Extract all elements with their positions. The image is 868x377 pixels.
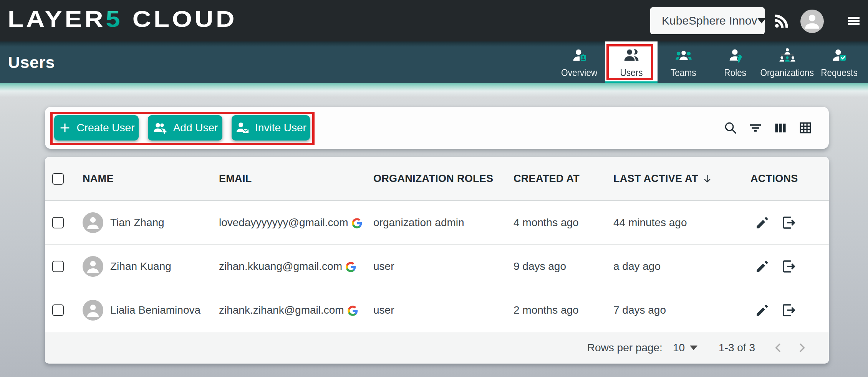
toolbar-icon-group <box>723 107 813 149</box>
tab-overview[interactable]: Overview <box>553 41 605 83</box>
logo-text-cloud: CLOUD <box>123 6 237 32</box>
tab-users-label: Users <box>620 67 643 79</box>
users-table: NAME EMAIL ORGANIZATION ROLES CREATED AT… <box>45 157 829 364</box>
user-last-active: a day ago <box>613 260 750 273</box>
grid-icon[interactable] <box>798 121 813 135</box>
logo-text-layer: LAYER <box>8 6 106 32</box>
column-header-email[interactable]: EMAIL <box>219 173 373 185</box>
column-header-org-roles[interactable]: ORGANIZATION ROLES <box>373 173 514 185</box>
user-email: zihank.zihank@gmail.com <box>219 304 344 316</box>
google-icon <box>351 218 363 229</box>
rss-feed-icon[interactable] <box>773 12 791 30</box>
person-mail-icon <box>235 121 250 135</box>
rows-per-page-select[interactable]: 10 <box>673 342 697 354</box>
page-title: Users <box>8 41 55 83</box>
invite-user-button[interactable]: Invite User <box>232 115 310 141</box>
user-name: Tian Zhang <box>110 217 164 229</box>
top-app-bar: LAYER5 CLOUD KubeSphere In <box>0 0 868 41</box>
invite-user-label: Invite User <box>255 122 306 134</box>
row-avatar <box>83 300 103 321</box>
tab-teams-label: Teams <box>671 67 696 79</box>
user-last-active: 7 days ago <box>613 304 750 316</box>
toolbar-buttons: Create User Add User <box>54 115 310 141</box>
search-icon[interactable] <box>723 121 738 135</box>
create-user-button[interactable]: Create User <box>54 115 139 141</box>
edit-user-icon[interactable] <box>754 301 771 319</box>
tab-teams[interactable]: Teams <box>658 41 709 83</box>
person-clipboard-icon <box>832 48 847 64</box>
layer5-cloud-logo[interactable]: LAYER5 CLOUD <box>8 0 212 41</box>
user-created-at: 9 days ago <box>514 260 613 273</box>
user-role: user <box>373 304 514 316</box>
table-header-row: NAME EMAIL ORGANIZATION ROLES CREATED AT… <box>45 157 829 201</box>
user-email: lovedayyyyyyy@gmail.com <box>219 217 348 229</box>
filter-icon[interactable] <box>748 121 763 135</box>
row-checkbox[interactable] <box>52 261 64 272</box>
next-page-icon[interactable] <box>795 341 809 355</box>
user-name: Lialia Beniaminova <box>110 304 200 316</box>
column-header-actions: ACTIONS <box>750 173 829 185</box>
google-icon <box>347 305 358 316</box>
select-all-checkbox[interactable] <box>52 173 64 185</box>
rows-per-page-value: 10 <box>673 342 685 354</box>
user-created-at: 4 months ago <box>514 217 613 229</box>
add-user-label: Add User <box>173 122 218 134</box>
sort-desc-arrow-icon <box>702 174 712 184</box>
edit-user-icon[interactable] <box>754 258 771 275</box>
plus-icon <box>58 121 71 134</box>
menu-icon[interactable] <box>848 17 860 25</box>
column-header-name[interactable]: NAME <box>83 173 219 185</box>
column-header-last-active-at[interactable]: LAST ACTIVE AT <box>613 173 750 185</box>
column-header-created-at[interactable]: CREATED AT <box>514 173 613 185</box>
person-add-icon <box>152 121 168 135</box>
tab-requests-label: Requests <box>821 67 858 79</box>
table-row: Lialia Beniaminova zihank.zihank@gmail.c… <box>45 288 829 332</box>
rows-per-page-label: Rows per page: <box>587 342 663 354</box>
tab-roles-label: Roles <box>724 67 747 79</box>
logout-user-icon[interactable] <box>780 301 797 319</box>
user-last-active: 44 minutes ago <box>613 217 750 229</box>
table-pagination: Rows per page: 10 1-3 of 3 <box>45 332 829 363</box>
tab-overview-label: Overview <box>561 67 597 79</box>
google-icon <box>345 261 356 273</box>
row-checkbox[interactable] <box>52 217 64 228</box>
logo-text-5: 5 <box>106 6 123 32</box>
add-user-button[interactable]: Add User <box>148 115 222 141</box>
organization-switcher[interactable]: KubeSphere Innov <box>650 7 765 34</box>
table-row: Tian Zhang lovedayyyyyyy@gmail.com organ… <box>45 201 829 245</box>
user-role: organization admin <box>373 217 514 229</box>
caret-down-icon <box>690 346 697 350</box>
pagination-range: 1-3 of 3 <box>719 342 755 354</box>
person-badge-icon <box>572 48 587 64</box>
logout-user-icon[interactable] <box>780 258 797 275</box>
row-avatar <box>83 212 103 233</box>
organization-switcher-label: KubeSphere Innov <box>662 14 757 27</box>
tab-organizations[interactable]: Organizations <box>761 41 813 83</box>
tab-organizations-label: Organizations <box>760 67 814 79</box>
nav-tabs: Overview Users <box>553 41 865 83</box>
section-nav-bar: Users Overview <box>0 41 868 83</box>
tab-roles[interactable]: Roles <box>709 41 761 83</box>
table-toolbar: Create User Add User <box>45 107 829 149</box>
user-name: Zihan Kuang <box>110 260 171 273</box>
table-row: Zihan Kuang zihan.kkuang@gmail.com user … <box>45 245 829 288</box>
tab-requests[interactable]: Requests <box>813 41 865 83</box>
tab-users[interactable]: Users <box>605 41 658 83</box>
edit-user-icon[interactable] <box>754 214 771 231</box>
page-content: Create User Add User <box>0 83 868 377</box>
user-role: user <box>373 260 514 273</box>
teams-group-icon <box>675 48 692 64</box>
chevron-down-icon <box>757 18 766 23</box>
users-group-icon <box>623 48 639 64</box>
row-avatar <box>83 256 103 277</box>
person-key-icon <box>728 48 743 64</box>
create-user-label: Create User <box>77 122 135 134</box>
user-created-at: 2 months ago <box>514 304 613 316</box>
columns-icon[interactable] <box>773 121 788 135</box>
previous-page-icon[interactable] <box>771 341 785 355</box>
logout-user-icon[interactable] <box>780 214 797 231</box>
user-avatar[interactable] <box>800 10 824 33</box>
user-email: zihan.kkuang@gmail.com <box>219 260 342 273</box>
row-checkbox[interactable] <box>52 304 64 316</box>
org-hierarchy-icon <box>779 48 796 64</box>
